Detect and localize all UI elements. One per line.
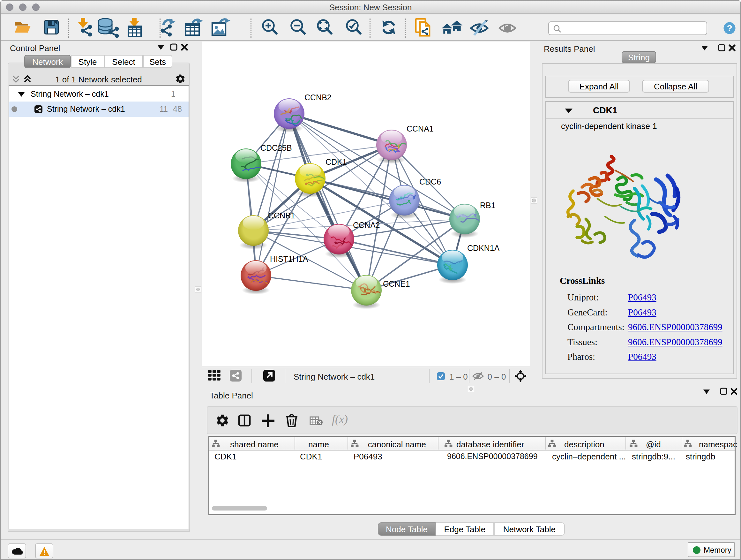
- svg-text:?: ?: [727, 23, 732, 33]
- svg-text:RB1: RB1: [480, 201, 495, 210]
- svg-text:CCNB1: CCNB1: [268, 211, 295, 220]
- svg-text:CDC6: CDC6: [419, 177, 441, 186]
- svg-text:CDK1: CDK1: [326, 158, 347, 166]
- svg-text:CCNB2: CCNB2: [305, 93, 332, 102]
- svg-text:CDC25B: CDC25B: [260, 143, 292, 152]
- svg-text:CCNA1: CCNA1: [407, 124, 434, 133]
- svg-text:HIST1H1A: HIST1H1A: [270, 254, 308, 263]
- svg-text:CCNE1: CCNE1: [383, 279, 410, 288]
- svg-text:CDKN1A: CDKN1A: [467, 244, 500, 253]
- svg-text:CCNA2: CCNA2: [353, 221, 380, 230]
